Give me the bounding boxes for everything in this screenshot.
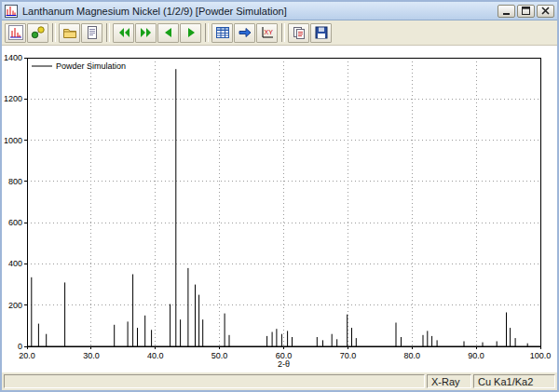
structure-picture-icon (31, 25, 46, 40)
report-icon (85, 25, 100, 40)
svg-text:1200: 1200 (4, 94, 22, 103)
chart-area: Powder Simulation20.030.040.050.060.070.… (2, 46, 557, 372)
status-message (4, 374, 425, 388)
status-radiation: X-Ray (427, 374, 471, 388)
save-icon (314, 25, 329, 40)
toolbar-button-previous-record[interactable] (157, 23, 179, 43)
toolbar-button-copy[interactable] (288, 23, 309, 43)
svg-text:40.0: 40.0 (147, 351, 164, 360)
statusbar: X-Ray Cu Ka1/Ka2 (2, 372, 557, 390)
toolbar-button-structure-picture[interactable] (27, 23, 48, 43)
first-record-icon (116, 25, 131, 40)
toolbar: XY (2, 20, 557, 46)
svg-text:600: 600 (8, 218, 22, 227)
svg-text:70.0: 70.0 (340, 351, 357, 360)
toolbar-separator (281, 23, 285, 42)
maximize-button[interactable] (517, 5, 535, 18)
toolbar-separator (52, 23, 56, 42)
toolbar-button-xy-data[interactable]: XY (256, 23, 278, 43)
app-window: Lanthanum Magnesium Nickel (1/2/9) [Powd… (0, 0, 559, 392)
toolbar-button-save[interactable] (310, 23, 332, 43)
data-table-icon (215, 25, 230, 40)
toolbar-separator (106, 23, 110, 42)
svg-text:50.0: 50.0 (211, 351, 228, 360)
svg-text:2-θ: 2-θ (278, 359, 290, 369)
svg-text:0: 0 (18, 342, 22, 351)
toolbar-button-open[interactable] (59, 23, 80, 43)
svg-text:1400: 1400 (4, 53, 22, 62)
toolbar-button-powder-pattern[interactable] (5, 23, 26, 43)
svg-text:1000: 1000 (4, 136, 22, 145)
next-record-icon (184, 25, 198, 40)
previous-record-icon (161, 25, 176, 40)
powder-pattern-icon (8, 25, 23, 40)
open-icon (62, 25, 77, 40)
window-controls (498, 5, 554, 18)
status-wavelength: Cu Ka1/Ka2 (473, 374, 555, 388)
last-record-icon (139, 25, 154, 40)
powder-pattern-chart: Powder Simulation20.030.040.050.060.070.… (2, 46, 557, 372)
svg-text:20.0: 20.0 (19, 351, 35, 360)
toolbar-button-last-record[interactable] (135, 23, 157, 43)
toolbar-button-report[interactable] (81, 23, 102, 43)
profile-arrow-icon (238, 25, 252, 40)
svg-text:Powder Simulation: Powder Simulation (56, 61, 126, 71)
svg-text:80.0: 80.0 (404, 351, 421, 360)
toolbar-button-data-table[interactable] (211, 23, 233, 43)
toolbar-button-next-record[interactable] (180, 23, 201, 43)
toolbar-separator (205, 23, 209, 42)
copy-icon (292, 25, 307, 40)
toolbar-button-first-record[interactable] (113, 23, 134, 43)
svg-text:30.0: 30.0 (83, 351, 100, 360)
window-title: Lanthanum Magnesium Nickel (1/2/9) [Powd… (22, 6, 498, 17)
svg-text:400: 400 (8, 259, 22, 268)
svg-text:800: 800 (8, 177, 22, 186)
xy-data-icon: XY (260, 25, 275, 40)
svg-text:200: 200 (8, 301, 22, 310)
close-button[interactable] (537, 5, 554, 18)
titlebar[interactable]: Lanthanum Magnesium Nickel (1/2/9) [Powd… (2, 2, 557, 20)
svg-text:XY: XY (264, 29, 273, 35)
svg-text:90.0: 90.0 (468, 351, 484, 360)
svg-text:100.0: 100.0 (530, 351, 552, 360)
app-icon (5, 4, 19, 18)
toolbar-button-profile-arrow[interactable] (234, 23, 255, 43)
minimize-button[interactable] (498, 5, 515, 18)
